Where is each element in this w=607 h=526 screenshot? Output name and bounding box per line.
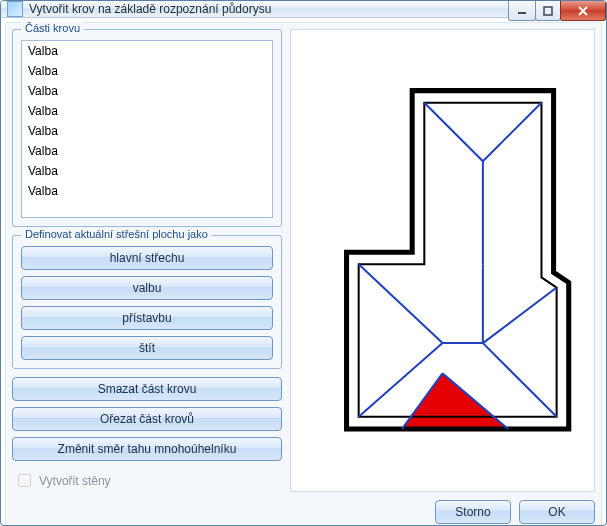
create-walls-checkbox[interactable] [18,474,31,487]
action-button-stack: Smazat část krovu Ořezat část krovů Změn… [12,377,282,461]
roof-outline [347,91,569,429]
create-walls-row[interactable]: Vytvořit stěny [12,469,282,492]
svg-marker-4 [347,91,569,429]
preview-panel [290,29,595,492]
ok-button[interactable]: OK [519,500,595,524]
window-title: Vytvořit krov na základě rozpoznání půdo… [29,2,271,16]
svg-line-14 [483,343,557,417]
list-item[interactable]: Valba [22,181,272,201]
highlighted-face [402,373,508,429]
clip-parts-button[interactable]: Ořezat část krovů [12,407,282,431]
window-controls [509,1,606,21]
minimize-button[interactable] [508,1,536,21]
list-item[interactable]: Valba [22,41,272,61]
define-groupbox: Definovat aktuální střešní plochu jako h… [12,235,282,369]
list-item[interactable]: Valba [22,81,272,101]
list-item[interactable]: Valba [22,121,272,141]
create-walls-label: Vytvořit stěny [39,474,111,488]
titlebar: Vytvořit krov na základě rozpoznání půdo… [1,1,606,18]
dialog-window: Vytvořit krov na základě rozpoznání půdo… [0,0,607,526]
define-group-title: Definovat aktuální střešní plochu jako [21,228,212,240]
svg-line-6 [424,103,483,162]
svg-rect-1 [544,7,552,15]
gable-button[interactable]: štít [21,336,273,360]
app-icon [7,1,23,17]
svg-line-7 [483,103,542,162]
hip-button[interactable]: valbu [21,276,273,300]
cancel-button[interactable]: Storno [435,500,511,524]
parts-listbox[interactable]: ValbaValbaValbaValbaValbaValbaValbaValba [21,40,273,218]
main-roof-button[interactable]: hlavní střechu [21,246,273,270]
parts-group-title: Části krovu [21,22,84,34]
list-item[interactable]: Valba [22,101,272,121]
define-button-stack: hlavní střechu valbu přístavbu štít [21,246,273,360]
list-item[interactable]: Valba [22,61,272,81]
parts-groupbox: Části krovu ValbaValbaValbaValbaValbaVal… [12,29,282,227]
maximize-button[interactable] [535,1,561,21]
svg-line-10 [483,288,557,344]
dialog-footer: Storno OK [12,492,595,524]
columns: Části krovu ValbaValbaValbaValbaValbaVal… [12,29,595,492]
roof-preview [291,30,594,474]
roof-ridge-lines [359,103,557,429]
list-item[interactable]: Valba [22,161,272,181]
close-button[interactable] [560,1,606,21]
left-column: Části krovu ValbaValbaValbaValbaValbaVal… [12,29,282,492]
roof-inner-offset [359,103,557,417]
reverse-direction-button[interactable]: Změnit směr tahu mnohoúhelníku [12,437,282,461]
extension-button[interactable]: přístavbu [21,306,273,330]
svg-marker-5 [359,103,557,417]
list-item[interactable]: Valba [22,141,272,161]
dialog-body: Části krovu ValbaValbaValbaValbaValbaVal… [5,22,602,526]
svg-line-9 [359,264,443,343]
delete-part-button[interactable]: Smazat část krovu [12,377,282,401]
